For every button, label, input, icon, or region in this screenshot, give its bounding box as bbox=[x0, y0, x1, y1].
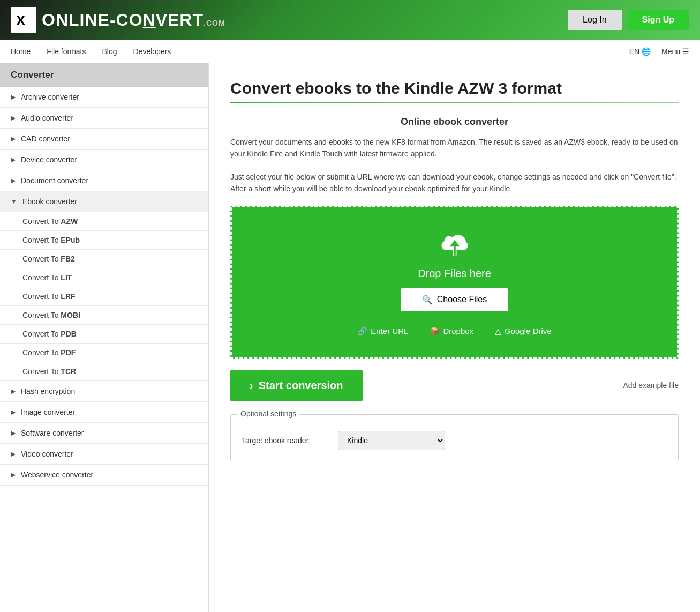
logo-text: ONLINE-CONVERT.COM bbox=[42, 10, 225, 30]
enter-url-link[interactable]: 🔗 Enter URL bbox=[357, 326, 408, 336]
chevron-right-icon: ▶ bbox=[11, 114, 16, 122]
settings-row: Target ebook reader: Kindle Kobo Nook So… bbox=[242, 431, 667, 450]
sidebar-item-hash[interactable]: ▶ Hash encryption bbox=[0, 381, 208, 402]
description2: Just select your file below or submit a … bbox=[230, 171, 679, 195]
google-drive-link[interactable]: △ Google Drive bbox=[495, 326, 552, 336]
dropbox-icon: 📦 bbox=[430, 326, 440, 336]
logo-area: X ONLINE-CONVERT.COM bbox=[11, 7, 225, 33]
choose-files-button[interactable]: 🔍 Choose Files bbox=[401, 288, 508, 311]
target-reader-label: Target ebook reader: bbox=[242, 436, 327, 445]
hamburger-icon: ☰ bbox=[682, 47, 689, 56]
sidebar-item-video[interactable]: ▶ Video converter bbox=[0, 444, 208, 465]
cloud-upload-icon bbox=[436, 229, 473, 261]
sidebar-item-document[interactable]: ▶ Document converter bbox=[0, 170, 208, 191]
upload-area[interactable]: Drop Files here 🔍 Choose Files 🔗 Enter U… bbox=[230, 206, 679, 359]
start-conversion-label: Start conversion bbox=[259, 379, 343, 392]
sidebar-title: Converter bbox=[0, 63, 208, 87]
chevron-right-icon: ▶ bbox=[11, 471, 16, 479]
sidebar-item-cad[interactable]: ▶ CAD converter bbox=[0, 129, 208, 150]
page-title: Convert ebooks to the Kindle AZW 3 forma… bbox=[230, 79, 679, 98]
chevron-right-icon: ▶ bbox=[11, 135, 16, 143]
sidebar-item-ebook[interactable]: ▼ Ebook converter bbox=[0, 191, 208, 212]
sidebar-item-label: Webservice converter bbox=[21, 471, 93, 479]
sidebar-subitem-lrf[interactable]: Convert To LRF bbox=[0, 287, 208, 306]
optional-settings-legend: Optional settings bbox=[237, 409, 299, 418]
upload-links: 🔗 Enter URL 📦 Dropbox △ Google Drive bbox=[357, 326, 551, 336]
sidebar-item-label: Image converter bbox=[21, 408, 75, 416]
language-selector[interactable]: EN 🌐 bbox=[629, 47, 651, 56]
signup-button[interactable]: Sign Up bbox=[627, 10, 689, 30]
search-icon: 🔍 bbox=[422, 295, 433, 305]
sidebar-item-label: Archive converter bbox=[21, 93, 79, 101]
sidebar-subitem-pdf[interactable]: Convert To PDF bbox=[0, 344, 208, 362]
start-section: › Start conversion Add example file bbox=[230, 370, 679, 401]
sidebar-item-label: Ebook converter bbox=[22, 197, 77, 206]
main-content: Convert ebooks to the Kindle AZW 3 forma… bbox=[209, 63, 700, 612]
sidebar-item-device[interactable]: ▶ Device converter bbox=[0, 150, 208, 170]
sidebar-item-audio[interactable]: ▶ Audio converter bbox=[0, 108, 208, 129]
optional-settings: Optional settings Target ebook reader: K… bbox=[230, 414, 679, 461]
choose-files-label: Choose Files bbox=[437, 295, 487, 304]
nav-file-formats[interactable]: File formats bbox=[47, 40, 86, 63]
add-example-link[interactable]: Add example file bbox=[623, 381, 679, 390]
nav-home[interactable]: Home bbox=[11, 40, 31, 63]
chevron-right-icon: › bbox=[250, 379, 253, 392]
nav-blog[interactable]: Blog bbox=[102, 40, 117, 63]
sidebar-item-label: Audio converter bbox=[21, 114, 73, 122]
sidebar-subitem-fb2[interactable]: Convert To FB2 bbox=[0, 250, 208, 268]
sidebar-subitem-pdb[interactable]: Convert To PDB bbox=[0, 325, 208, 344]
svg-text:X: X bbox=[16, 12, 26, 28]
dropbox-link[interactable]: 📦 Dropbox bbox=[430, 326, 473, 336]
chevron-right-icon: ▶ bbox=[11, 177, 16, 184]
section-heading: Online ebook converter bbox=[230, 116, 679, 128]
chevron-down-icon: ▼ bbox=[11, 198, 17, 205]
logo-icon: X bbox=[11, 7, 36, 33]
sidebar-item-archive[interactable]: ▶ Archive converter bbox=[0, 87, 208, 108]
header-buttons: Log In Sign Up bbox=[568, 10, 689, 30]
nav-developers[interactable]: Developers bbox=[133, 40, 171, 63]
sidebar-item-webservice[interactable]: ▶ Webservice converter bbox=[0, 465, 208, 486]
title-underline bbox=[230, 102, 679, 103]
login-button[interactable]: Log In bbox=[568, 10, 621, 30]
nav-right: EN 🌐 Menu ☰ bbox=[629, 47, 689, 56]
google-drive-icon: △ bbox=[495, 326, 501, 336]
chevron-right-icon: ▶ bbox=[11, 156, 16, 163]
sidebar-subitem-epub[interactable]: Convert To EPub bbox=[0, 231, 208, 250]
sidebar-item-label: CAD converter bbox=[21, 135, 70, 143]
sidebar-item-software[interactable]: ▶ Software converter bbox=[0, 423, 208, 444]
drop-files-text: Drop Files here bbox=[418, 267, 491, 280]
chevron-right-icon: ▶ bbox=[11, 450, 16, 458]
globe-icon: 🌐 bbox=[642, 47, 651, 56]
chevron-right-icon: ▶ bbox=[11, 429, 16, 437]
main-layout: Converter ▶ Archive converter ▶ Audio co… bbox=[0, 63, 700, 612]
sidebar-item-label: Software converter bbox=[21, 429, 84, 437]
sidebar-item-label: Document converter bbox=[21, 176, 88, 185]
chevron-right-icon: ▶ bbox=[11, 408, 16, 416]
sidebar-item-image[interactable]: ▶ Image converter bbox=[0, 402, 208, 423]
link-icon: 🔗 bbox=[357, 326, 367, 336]
sidebar-subitem-mobi[interactable]: Convert To MOBI bbox=[0, 306, 208, 325]
chevron-right-icon: ▶ bbox=[11, 387, 16, 395]
sidebar: Converter ▶ Archive converter ▶ Audio co… bbox=[0, 63, 209, 612]
sidebar-item-label: Video converter bbox=[21, 450, 73, 458]
navbar: Home File formats Blog Developers EN 🌐 M… bbox=[0, 40, 700, 63]
header: X ONLINE-CONVERT.COM Log In Sign Up bbox=[0, 0, 700, 40]
nav-left: Home File formats Blog Developers bbox=[11, 40, 171, 63]
sidebar-item-label: Device converter bbox=[21, 155, 77, 164]
chevron-right-icon: ▶ bbox=[11, 93, 16, 101]
description1: Convert your documents and ebooks to the… bbox=[230, 136, 679, 160]
sidebar-subitem-tcr[interactable]: Convert To TCR bbox=[0, 362, 208, 381]
start-conversion-button[interactable]: › Start conversion bbox=[230, 370, 363, 401]
sidebar-item-label: Hash encryption bbox=[21, 387, 75, 395]
menu-toggle[interactable]: Menu ☰ bbox=[661, 47, 689, 56]
target-reader-select[interactable]: Kindle Kobo Nook Sony Reader Generic bbox=[338, 431, 445, 450]
sidebar-subitem-lit[interactable]: Convert To LIT bbox=[0, 268, 208, 287]
sidebar-subitem-azw[interactable]: Convert To AZW bbox=[0, 212, 208, 231]
